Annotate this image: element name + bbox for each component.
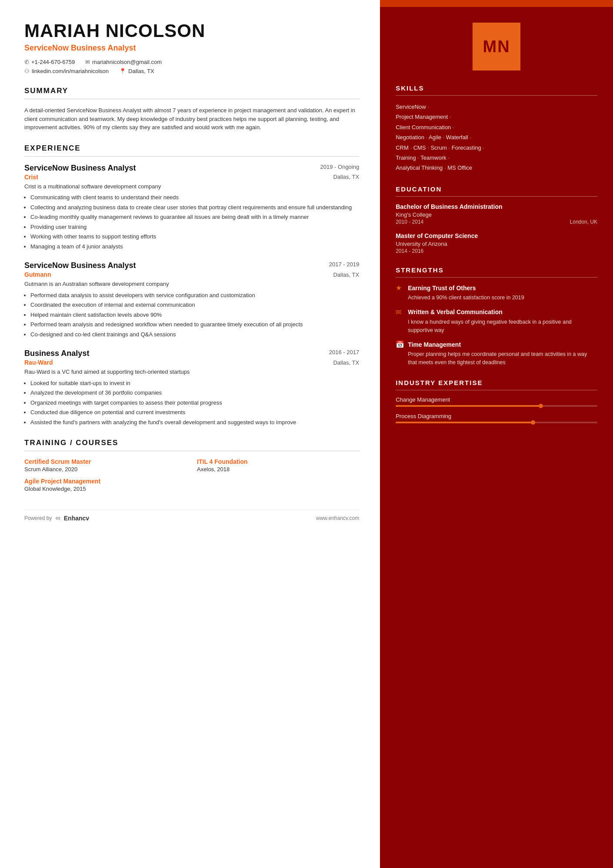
job-2-date: 2017 - 2019 (329, 261, 359, 268)
envelope-icon: ✉ (396, 308, 404, 316)
industry-section: INDUSTRY EXPERTISE Change Management Pro… (396, 379, 597, 423)
job-1-desc: Crist is a multinational software develo… (24, 182, 359, 191)
edu-2: Master of Computer Science University of… (396, 232, 597, 254)
edu-2-meta: 2014 - 2016 (396, 248, 597, 254)
strength-3-title: Time Management (408, 341, 461, 348)
strength-1-title: Earning Trust of Others (408, 285, 476, 292)
course-3: Agile Project Management Global Knowledg… (24, 478, 187, 492)
skill-cc: Client Communication · (396, 124, 454, 131)
right-column: MN SKILLS ServiceNow · Project Managemen… (380, 0, 613, 868)
summary-text: A detail-oriented ServiceNow Business An… (24, 106, 359, 132)
phone-icon: ✆ (24, 59, 29, 65)
bullet-item: Performed data analysis to assist develo… (30, 291, 359, 300)
linkedin-contact: ⚇ linkedin.com/in/mariahnicolson (24, 68, 109, 74)
bullet-item: Analyzed the development of 36 portfolio… (30, 389, 359, 397)
job-1-bullets: Communicating with client teams to under… (24, 193, 359, 251)
course-2: ITIL 4 Foundation Axelos, 2018 (197, 458, 359, 473)
bullet-item: Working with other teams to support test… (30, 232, 359, 241)
bullet-item: Co-designed and co-led client trainings … (30, 330, 359, 339)
phone-contact: ✆ +1-244-670-6759 (24, 59, 75, 65)
header-section: MARIAH NICOLSON ServiceNow Business Anal… (24, 21, 359, 74)
expertise-2-bar-dot (531, 420, 535, 425)
location-contact: 📍 Dallas, TX (119, 68, 154, 74)
bullet-item: Helped maintain client satisfaction leve… (30, 311, 359, 319)
expertise-2-label: Process Diagramming (396, 413, 597, 419)
job-1: ServiceNow Business Analyst 2019 - Ongoi… (24, 164, 359, 251)
job-2-title: ServiceNow Business Analyst (24, 261, 136, 270)
job-2-bullets: Performed data analysis to assist develo… (24, 291, 359, 339)
bullet-item: Assisted the fund's partners with analyz… (30, 418, 359, 427)
edu-1-meta: 2010 - 2014 London, UK (396, 219, 597, 225)
bullet-item: Providing user training (30, 223, 359, 231)
job-2-desc: Gutmann is an Australian software develo… (24, 280, 359, 288)
course-2-name: ITIL 4 Foundation (197, 458, 359, 465)
summary-title: SUMMARY (24, 87, 359, 95)
edu-2-school: University of Arizona (396, 241, 597, 247)
bullet-item: Collecting and analyzing business data t… (30, 203, 359, 212)
job-2: ServiceNow Business Analyst 2017 - 2019 … (24, 261, 359, 338)
website-text: www.enhancv.com (316, 515, 359, 521)
bullet-item: Managing a team of 4 junior analysts (30, 242, 359, 251)
training-title: TRAINING / COURSES (24, 439, 359, 447)
job-1-location: Dallas, TX (333, 174, 359, 180)
job-3-desc: Rau-Ward is a VC fund aimed at supportin… (24, 368, 359, 376)
bullet-item: Looked for suitable start-ups to invest … (30, 379, 359, 388)
job-2-company-row: Gutmann Dallas, TX (24, 271, 359, 278)
job-1-company-row: Crist Dallas, TX (24, 174, 359, 181)
expertise-1-bar-fill (396, 405, 541, 407)
avatar-area: MN (396, 23, 597, 70)
job-1-date: 2019 - Ongoing (320, 164, 360, 170)
linkedin-url: linkedin.com/in/mariahnicolson (32, 68, 109, 74)
expertise-2: Process Diagramming (396, 413, 597, 423)
expertise-1-bar-dot (539, 404, 543, 408)
expertise-2-bar-fill (396, 422, 533, 423)
phone-number: +1-244-670-6759 (31, 59, 75, 65)
right-col-content: MN SKILLS ServiceNow · Project Managemen… (380, 7, 613, 456)
candidate-job-title: ServiceNow Business Analyst (24, 44, 359, 53)
left-column: MARIAH NICOLSON ServiceNow Business Anal… (0, 0, 380, 868)
powered-by-area: Powered by ∞ Enhancv (24, 514, 89, 522)
skills-divider (396, 95, 597, 96)
course-1-name: Certified Scrum Master (24, 458, 187, 465)
expertise-1-bar-bg (396, 405, 597, 407)
job-3-header: Business Analyst 2016 - 2017 (24, 349, 359, 358)
job-2-company: Gutmann (24, 271, 51, 278)
course-3-name: Agile Project Management (24, 478, 187, 485)
industry-divider (396, 390, 597, 390)
training-divider (24, 451, 359, 451)
experience-section: EXPERIENCE ServiceNow Business Analyst 2… (24, 144, 359, 427)
bullet-item: Performed team analysis and redesigned w… (30, 320, 359, 329)
enhancv-logo-text: Enhancv (64, 515, 89, 522)
email-address: mariahnicolson@gmail.com (92, 59, 162, 65)
job-3-company-row: Rau-Ward Dallas, TX (24, 359, 359, 366)
strength-3: 📅 Time Management Proper planning helps … (396, 340, 597, 367)
summary-divider (24, 99, 359, 99)
industry-title: INDUSTRY EXPERTISE (396, 379, 597, 386)
skills-section: SKILLS ServiceNow · Project Management ·… (396, 84, 597, 173)
job-1-company: Crist (24, 174, 38, 181)
enhancv-logo-icon: ∞ (55, 514, 60, 522)
expertise-1: Change Management (396, 396, 597, 407)
experience-title: EXPERIENCE (24, 144, 359, 153)
skill-training: Training · Teamwork · (396, 154, 450, 161)
edu-1-school: King's College (396, 211, 597, 218)
skill-analytical: Analytical Thinking · MS Office (396, 164, 472, 171)
course-1: Certified Scrum Master Scrum Alliance, 2… (24, 458, 187, 473)
experience-divider (24, 156, 359, 157)
powered-by-text: Powered by (24, 515, 52, 521)
strength-3-header: 📅 Time Management (396, 340, 597, 349)
course-2-org: Axelos, 2018 (197, 466, 359, 473)
job-2-header: ServiceNow Business Analyst 2017 - 2019 (24, 261, 359, 270)
job-2-location: Dallas, TX (333, 271, 359, 278)
education-title: EDUCATION (396, 185, 597, 193)
location-text: Dallas, TX (128, 68, 154, 74)
footer: Powered by ∞ Enhancv www.enhancv.com (24, 509, 359, 522)
strength-1-header: ★ Earning Trust of Others (396, 284, 597, 292)
edu-1: Bachelor of Business Administration King… (396, 203, 597, 225)
location-icon: 📍 (119, 68, 126, 74)
job-3-company: Rau-Ward (24, 359, 53, 366)
contact-info: ✆ +1-244-670-6759 ✉ mariahnicolson@gmail… (24, 59, 359, 65)
strength-2-title: Written & Verbal Communication (408, 308, 503, 315)
avatar: MN (473, 23, 520, 70)
edu-2-degree: Master of Computer Science (396, 232, 597, 240)
